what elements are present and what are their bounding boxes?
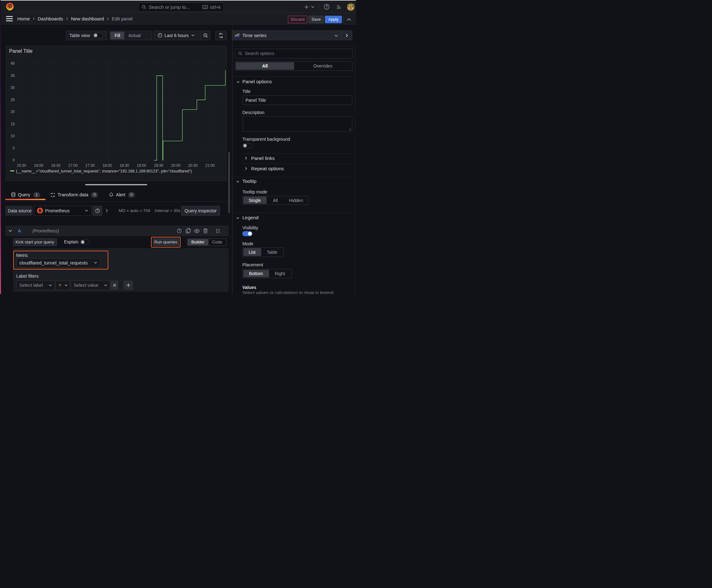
- svg-text:19:30: 19:30: [154, 163, 163, 168]
- svg-text:20:00: 20:00: [171, 163, 180, 168]
- svg-text:{__name__="cloudflared_tunnel_: {__name__="cloudflared_tunnel_total_requ…: [16, 169, 192, 173]
- svg-text:15: 15: [11, 122, 15, 126]
- svg-text:16:30: 16:30: [51, 163, 61, 168]
- svg-text:10: 10: [11, 134, 15, 138]
- svg-text:18:30: 18:30: [120, 163, 129, 168]
- svg-text:0: 0: [13, 158, 15, 162]
- svg-text:17:30: 17:30: [85, 163, 95, 168]
- svg-text:19:00: 19:00: [137, 163, 146, 168]
- svg-text:40: 40: [11, 61, 15, 66]
- svg-text:16:00: 16:00: [34, 163, 43, 168]
- svg-text:20: 20: [11, 110, 15, 114]
- svg-text:15:30: 15:30: [17, 163, 26, 168]
- svg-text:35: 35: [11, 74, 15, 78]
- svg-text:30: 30: [11, 85, 15, 90]
- svg-text:5: 5: [13, 146, 15, 150]
- svg-text:21:00: 21:00: [205, 163, 215, 168]
- svg-text:17:00: 17:00: [68, 163, 78, 168]
- svg-text:25: 25: [11, 98, 15, 102]
- svg-text:18:00: 18:00: [102, 163, 112, 168]
- svg-text:20:30: 20:30: [188, 163, 197, 168]
